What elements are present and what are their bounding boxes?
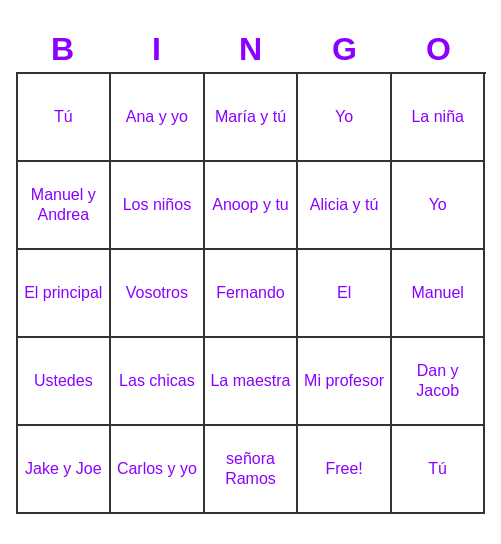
bingo-cell-5[interactable]: Manuel y Andrea — [18, 162, 112, 250]
bingo-cell-2[interactable]: María y tú — [205, 74, 299, 162]
bingo-cell-21[interactable]: Carlos y yo — [111, 426, 205, 514]
header-o: O — [394, 31, 484, 68]
bingo-cell-8[interactable]: Alicia y tú — [298, 162, 392, 250]
bingo-cell-14[interactable]: Manuel — [392, 250, 486, 338]
bingo-cell-13[interactable]: El — [298, 250, 392, 338]
bingo-cell-24[interactable]: Tú — [392, 426, 486, 514]
bingo-cell-12[interactable]: Fernando — [205, 250, 299, 338]
bingo-cell-22[interactable]: señora Ramos — [205, 426, 299, 514]
bingo-cell-18[interactable]: Mi profesor — [298, 338, 392, 426]
header-g: G — [300, 31, 390, 68]
bingo-cell-19[interactable]: Dan y Jacob — [392, 338, 486, 426]
bingo-cell-6[interactable]: Los niños — [111, 162, 205, 250]
bingo-card: B I N G O TúAna y yoMaría y túYoLa niñaM… — [6, 21, 496, 524]
header-i: I — [112, 31, 202, 68]
header-n: N — [206, 31, 296, 68]
bingo-cell-10[interactable]: El principal — [18, 250, 112, 338]
bingo-cell-0[interactable]: Tú — [18, 74, 112, 162]
bingo-cell-20[interactable]: Jake y Joe — [18, 426, 112, 514]
bingo-cell-7[interactable]: Anoop y tu — [205, 162, 299, 250]
bingo-cell-9[interactable]: Yo — [392, 162, 486, 250]
header-b: B — [18, 31, 108, 68]
bingo-header: B I N G O — [16, 31, 486, 68]
bingo-cell-11[interactable]: Vosotros — [111, 250, 205, 338]
bingo-cell-4[interactable]: La niña — [392, 74, 486, 162]
bingo-cell-17[interactable]: La maestra — [205, 338, 299, 426]
bingo-cell-16[interactable]: Las chicas — [111, 338, 205, 426]
bingo-grid: TúAna y yoMaría y túYoLa niñaManuel y An… — [16, 72, 486, 514]
bingo-cell-1[interactable]: Ana y yo — [111, 74, 205, 162]
bingo-cell-15[interactable]: Ustedes — [18, 338, 112, 426]
bingo-cell-23[interactable]: Free! — [298, 426, 392, 514]
bingo-cell-3[interactable]: Yo — [298, 74, 392, 162]
